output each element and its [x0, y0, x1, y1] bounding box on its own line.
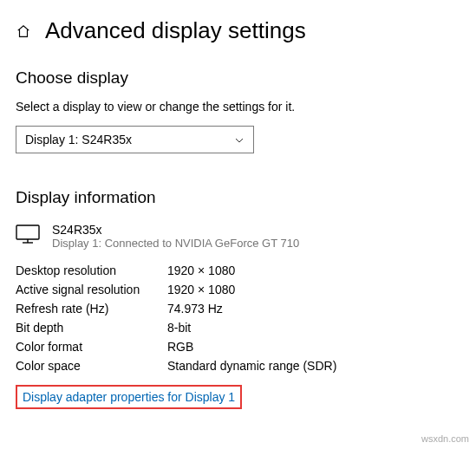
display-info-table: Desktop resolution1920 × 1080Active sign…: [16, 264, 460, 373]
info-value: RGB: [167, 340, 460, 354]
choose-display-desc: Select a display to view or change the s…: [16, 100, 460, 114]
header: Advanced display settings: [16, 17, 460, 44]
highlighted-link-box: Display adapter properties for Display 1: [16, 385, 242, 409]
home-icon[interactable]: [16, 23, 31, 39]
watermark: wsxdn.com: [421, 433, 469, 444]
info-label: Refresh rate (Hz): [16, 302, 167, 316]
info-value: 8-bit: [167, 321, 460, 335]
info-value: 74.973 Hz: [167, 302, 460, 316]
chevron-down-icon: [234, 134, 245, 145]
page-title: Advanced display settings: [45, 17, 306, 44]
monitor-summary: S24R35x Display 1: Connected to NVIDIA G…: [16, 223, 460, 250]
info-label: Color format: [16, 340, 167, 354]
info-label: Bit depth: [16, 321, 167, 335]
info-label: Active signal resolution: [16, 283, 167, 296]
info-value: Standard dynamic range (SDR): [167, 359, 460, 373]
display-information-title: Display information: [16, 188, 460, 207]
svg-rect-0: [16, 225, 39, 239]
adapter-properties-link[interactable]: Display adapter properties for Display 1: [23, 390, 235, 404]
info-label: Color space: [16, 359, 167, 373]
monitor-name: S24R35x: [52, 223, 299, 237]
monitor-icon: [16, 224, 40, 244]
monitor-text: S24R35x Display 1: Connected to NVIDIA G…: [52, 223, 299, 250]
monitor-description: Display 1: Connected to NVIDIA GeForce G…: [52, 237, 299, 250]
display-select-value: Display 1: S24R35x: [25, 133, 132, 146]
info-label: Desktop resolution: [16, 264, 167, 277]
choose-display-section: Choose display Select a display to view …: [16, 68, 460, 153]
info-value: 1920 × 1080: [167, 283, 460, 296]
display-select[interactable]: Display 1: S24R35x: [16, 126, 254, 153]
info-value: 1920 × 1080: [167, 264, 460, 277]
display-information-section: Display information S24R35x Display 1: C…: [16, 188, 460, 409]
choose-display-title: Choose display: [16, 68, 460, 88]
